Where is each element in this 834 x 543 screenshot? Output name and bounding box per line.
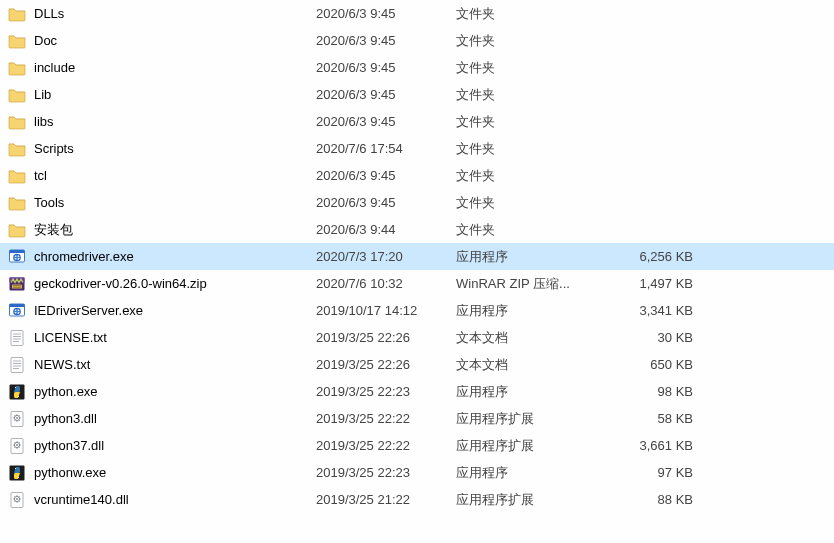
folder-icon [8,140,26,158]
file-type: 文件夹 [456,5,611,23]
folder-icon [8,86,26,104]
file-type: 文件夹 [456,140,611,158]
file-type: 应用程序 [456,302,611,320]
svg-rect-27 [11,438,23,453]
file-size: 58 KB [611,411,701,426]
svg-point-32 [18,476,19,477]
file-size: 650 KB [611,357,701,372]
file-type: 应用程序 [456,383,611,401]
file-name: include [34,60,75,75]
file-size: 88 KB [611,492,701,507]
dll-icon [8,437,26,455]
svg-point-26 [16,417,18,419]
file-name: Lib [34,87,51,102]
dll-icon [8,410,26,428]
file-row[interactable]: 安装包2020/6/3 9:44文件夹 [0,216,834,243]
svg-rect-24 [11,411,23,426]
file-row[interactable]: chromedriver.exe2020/7/3 17:20应用程序6,256 … [0,243,834,270]
svg-rect-5 [12,284,22,288]
file-type: 文件夹 [456,167,611,185]
file-row[interactable]: Tools2020/6/3 9:45文件夹 [0,189,834,216]
file-name: python37.dll [34,438,104,453]
text-icon [8,356,26,374]
svg-rect-9 [10,304,25,307]
file-name: DLLs [34,6,64,21]
svg-point-22 [15,386,16,387]
file-row[interactable]: python37.dll2019/3/25 22:22应用程序扩展3,661 K… [0,432,834,459]
file-name: chromedriver.exe [34,249,134,264]
file-row[interactable]: NEWS.txt2019/3/25 22:26文本文档650 KB [0,351,834,378]
file-row[interactable]: tcl2020/6/3 9:45文件夹 [0,162,834,189]
folder-icon [8,167,26,185]
file-row[interactable]: pythonw.exe2019/3/25 22:23应用程序97 KB [0,459,834,486]
file-type: 应用程序扩展 [456,410,611,428]
file-name: LICENSE.txt [34,330,107,345]
file-date: 2020/6/3 9:45 [316,168,456,183]
file-date: 2019/3/25 22:26 [316,330,456,345]
file-row[interactable]: vcruntime140.dll2019/3/25 21:22应用程序扩展88 … [0,486,834,513]
file-name: NEWS.txt [34,357,90,372]
file-row[interactable]: IEDriverServer.exe2019/10/17 14:12应用程序3,… [0,297,834,324]
file-row[interactable]: include2020/6/3 9:45文件夹 [0,54,834,81]
file-name: IEDriverServer.exe [34,303,143,318]
file-date: 2019/3/25 21:22 [316,492,456,507]
file-row[interactable]: geckodriver-v0.26.0-win64.zip2020/7/6 10… [0,270,834,297]
svg-point-29 [16,444,18,446]
file-row[interactable]: DLLs2020/6/3 9:45文件夹 [0,0,834,27]
file-name: Doc [34,33,57,48]
file-row[interactable]: Doc2020/6/3 9:45文件夹 [0,27,834,54]
file-name: pythonw.exe [34,465,106,480]
file-type: 文本文档 [456,329,611,347]
file-name: 安装包 [34,221,73,239]
file-row[interactable]: python3.dll2019/3/25 22:22应用程序扩展58 KB [0,405,834,432]
python-icon [8,383,26,401]
file-date: 2019/3/25 22:22 [316,411,456,426]
folder-icon [8,194,26,212]
file-date: 2020/6/3 9:45 [316,60,456,75]
svg-point-31 [15,467,16,468]
dll-icon [8,491,26,509]
file-row[interactable]: LICENSE.txt2019/3/25 22:26文本文档30 KB [0,324,834,351]
file-name: Scripts [34,141,74,156]
file-size: 1,497 KB [611,276,701,291]
file-name: vcruntime140.dll [34,492,129,507]
file-date: 2019/3/25 22:22 [316,438,456,453]
file-size: 3,341 KB [611,303,701,318]
folder-icon [8,32,26,50]
file-date: 2020/6/3 9:45 [316,114,456,129]
file-row[interactable]: libs2020/6/3 9:45文件夹 [0,108,834,135]
folder-icon [8,59,26,77]
svg-rect-6 [13,285,21,286]
file-date: 2019/3/25 22:23 [316,384,456,399]
file-date: 2020/6/3 9:45 [316,87,456,102]
svg-rect-33 [11,492,23,507]
file-type: 应用程序 [456,248,611,266]
file-type: 应用程序 [456,464,611,482]
file-date: 2019/10/17 14:12 [316,303,456,318]
file-row[interactable]: python.exe2019/3/25 22:23应用程序98 KB [0,378,834,405]
folder-icon [8,221,26,239]
file-name: geckodriver-v0.26.0-win64.zip [34,276,207,291]
winrar-icon [8,275,26,293]
exe-ie-icon [8,302,26,320]
folder-icon [8,113,26,131]
file-row[interactable]: Lib2020/6/3 9:45文件夹 [0,81,834,108]
file-name: Tools [34,195,64,210]
svg-rect-7 [13,286,21,287]
svg-rect-1 [10,250,25,253]
folder-icon [8,5,26,23]
file-date: 2020/7/6 17:54 [316,141,456,156]
file-list: DLLs2020/6/3 9:45文件夹Doc2020/6/3 9:45文件夹i… [0,0,834,513]
file-size: 97 KB [611,465,701,480]
text-icon [8,329,26,347]
file-type: 文件夹 [456,113,611,131]
file-name: tcl [34,168,47,183]
file-size: 6,256 KB [611,249,701,264]
file-size: 98 KB [611,384,701,399]
svg-rect-16 [11,357,23,372]
file-row[interactable]: Scripts2020/7/6 17:54文件夹 [0,135,834,162]
file-name: python3.dll [34,411,97,426]
file-type: 文件夹 [456,221,611,239]
file-date: 2019/3/25 22:23 [316,465,456,480]
file-type: WinRAR ZIP 压缩... [456,275,611,293]
